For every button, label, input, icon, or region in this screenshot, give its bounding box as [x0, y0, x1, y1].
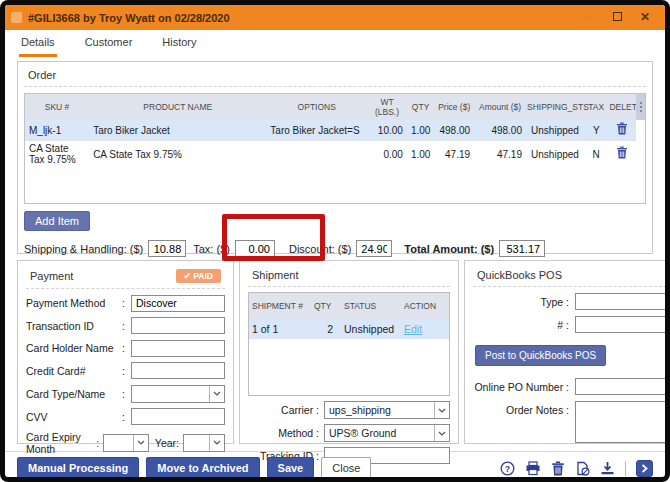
next-icon: [641, 464, 648, 473]
move-to-archived-button[interactable]: Move to Archived: [146, 457, 259, 479]
cell-shipment-qty: 2: [311, 319, 341, 339]
shipment-table-container: SHIPMENT # QTY STATUS ACTION 1 of 1 2 Un…: [248, 292, 450, 396]
card-type-select[interactable]: [131, 385, 225, 403]
col-delete: DELETE: [608, 94, 636, 120]
table-row[interactable]: CA State Tax 9.75% CA State Tax 9.75% 0.…: [25, 141, 636, 168]
transaction-id-label: Transaction ID: [26, 320, 122, 332]
help-button[interactable]: ?: [500, 461, 515, 476]
app-icon: [11, 12, 22, 23]
quickbooks-section-title: QuickBooks POS: [477, 269, 562, 281]
titlebar: #GILI3668 by Troy Wyatt on 02/28/2020 – …: [5, 5, 665, 30]
cvv-input[interactable]: [131, 408, 225, 425]
order-notes-textarea[interactable]: [575, 401, 670, 443]
total-amount-label: Total Amount: ($): [404, 243, 494, 255]
window-title: #GILI3668 by Troy Wyatt on 02/28/2020: [28, 12, 230, 24]
cell-tax: N: [584, 141, 608, 168]
void-order-button[interactable]: [575, 461, 590, 476]
credit-card-input[interactable]: [131, 362, 225, 379]
cell-amount: 498.00: [474, 120, 526, 141]
col-shipment-number: SHIPMENT #: [249, 293, 311, 319]
cvv-label: CVV: [26, 411, 122, 423]
tax-label: Tax: ($): [193, 243, 230, 255]
order-section: Order SKU # PRODUCT NAME OPTIONS WT (LBS…: [17, 61, 653, 254]
discount-label: Discount: ($): [289, 243, 351, 255]
expiry-year-select[interactable]: [183, 434, 225, 452]
shipment-row[interactable]: 1 of 1 2 Unshipped Edit: [249, 319, 449, 339]
print-button[interactable]: [525, 461, 541, 476]
chevron-down-icon: [209, 435, 224, 451]
online-po-number-input[interactable]: [575, 378, 670, 395]
shipment-table: SHIPMENT # QTY STATUS ACTION 1 of 1 2 Un…: [249, 293, 449, 339]
order-section-title: Order: [28, 69, 56, 81]
svg-text:?: ?: [505, 463, 511, 473]
cell-wt: 10.00: [367, 120, 407, 141]
edit-shipment-link[interactable]: Edit: [404, 323, 422, 335]
tab-history[interactable]: History: [160, 31, 198, 57]
order-notes-label: Order Notes :: [473, 401, 575, 416]
shipping-handling-label: Shipping & Handling: ($): [24, 243, 143, 255]
col-qty: QTY: [407, 94, 434, 120]
method-label: Method :: [248, 427, 324, 439]
column-options-handle[interactable]: [636, 94, 645, 120]
cell-shipment-status: Unshipped: [341, 319, 401, 339]
cell-qty: 1.00: [407, 120, 434, 141]
next-order-button[interactable]: [636, 460, 653, 477]
carrier-select[interactable]: ups_shipping: [324, 401, 450, 419]
credit-card-label: Credit Card#: [26, 365, 122, 377]
delete-order-button[interactable]: [551, 461, 565, 476]
cell-shipping-sts: Unshipped: [526, 120, 584, 141]
chevron-down-icon: [434, 402, 449, 418]
method-select[interactable]: UPS® Ground: [324, 424, 450, 442]
delete-item-button[interactable]: [616, 146, 628, 162]
shipment-header-row: SHIPMENT # QTY STATUS ACTION: [249, 293, 449, 319]
qb-number-label: # :: [473, 319, 575, 331]
card-expiry-month-label: Card Expiry Month: [26, 431, 96, 455]
cell-product: Taro Biker Jacket: [89, 120, 266, 141]
delete-item-button[interactable]: [616, 122, 628, 138]
add-item-button[interactable]: Add Item: [24, 211, 90, 231]
col-shipment-qty: QTY: [311, 293, 341, 319]
cell-price: 498.00: [434, 120, 474, 141]
print-icon: [525, 461, 541, 476]
order-details-window: #GILI3668 by Troy Wyatt on 02/28/2020 – …: [0, 0, 670, 482]
order-items-table: SKU # PRODUCT NAME OPTIONS WT (LBS.) QTY…: [25, 94, 636, 167]
tab-customer[interactable]: Customer: [83, 31, 135, 57]
trash-icon: [616, 122, 628, 135]
payment-method-label: Payment Method: [26, 297, 122, 309]
manual-processing-button[interactable]: Manual Processing: [17, 457, 139, 479]
divider: [625, 461, 626, 476]
cell-shipment-number: 1 of 1: [249, 319, 311, 339]
col-shipping-sts: SHIPPING_STS: [526, 94, 584, 120]
col-tax: TAX: [584, 94, 608, 120]
qb-number-input[interactable]: [575, 316, 670, 333]
trash-icon: [616, 146, 628, 159]
close-button[interactable]: ✕: [631, 5, 659, 30]
maximize-button[interactable]: [603, 5, 631, 30]
tab-details[interactable]: Details: [19, 31, 57, 57]
card-type-label: Card Type/Name: [26, 388, 122, 400]
expiry-month-select[interactable]: [103, 434, 149, 452]
col-shipment-action: ACTION: [401, 293, 449, 319]
shipping-handling-input[interactable]: [148, 240, 186, 257]
cell-wt: 0.00: [367, 141, 407, 168]
minimize-button[interactable]: –: [575, 5, 603, 30]
paid-badge: ✔ PAID: [176, 269, 221, 283]
cell-shipping-sts: Unshipped: [526, 141, 584, 168]
maximize-icon: [613, 12, 622, 21]
payment-method-input[interactable]: [131, 295, 225, 312]
close-dialog-button[interactable]: Close: [321, 457, 371, 479]
tax-input[interactable]: [235, 240, 275, 257]
card-holder-name-input[interactable]: [131, 340, 225, 357]
total-amount-input[interactable]: [499, 240, 545, 257]
payment-section-title: Payment: [30, 270, 73, 282]
discount-input[interactable]: [356, 240, 392, 257]
order-totals-row: Shipping & Handling: ($) Tax: ($) Discou…: [24, 240, 646, 257]
download-button[interactable]: [600, 461, 615, 476]
post-to-quickbooks-button[interactable]: Post to QuickBooks POS: [475, 345, 606, 366]
qb-type-input[interactable]: [575, 293, 670, 310]
save-button[interactable]: Save: [267, 457, 315, 479]
transaction-id-input[interactable]: [131, 317, 225, 334]
tab-bar: Details Customer History: [5, 30, 665, 57]
help-icon: ?: [500, 461, 515, 476]
table-row[interactable]: M_ljk-1 Taro Biker Jacket Taro Biker Jac…: [25, 120, 636, 141]
